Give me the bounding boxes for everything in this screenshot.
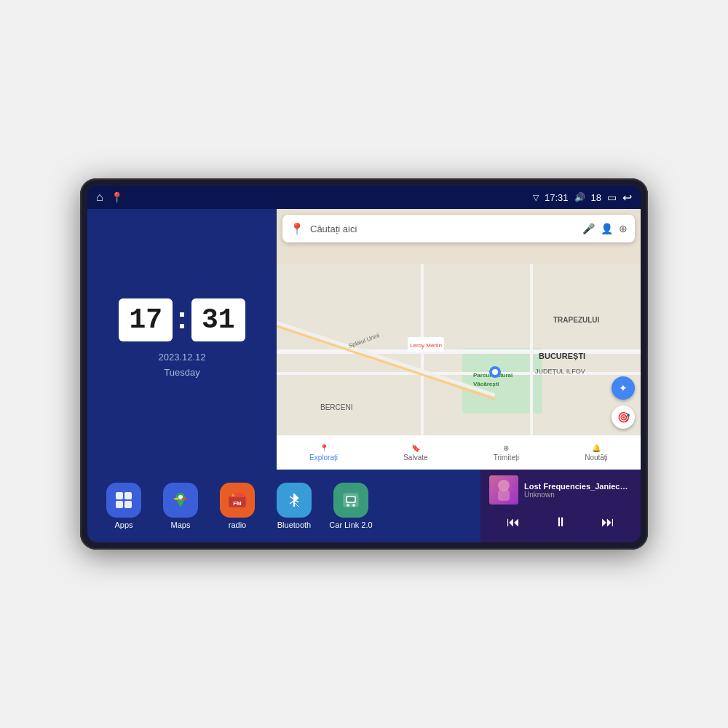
device-outer: ⌂ 📍 ▽ 17:31 🔊 18 ▭ ↩ 17 : [80, 178, 648, 550]
clock-panel: 17 : 31 2023.12.12 Tuesday [87, 209, 277, 470]
svg-rect-21 [116, 492, 123, 499]
svg-rect-23 [116, 501, 123, 508]
svg-point-25 [178, 495, 183, 499]
svg-rect-24 [124, 501, 132, 508]
music-prev-button[interactable]: ⏮ [501, 512, 526, 533]
map-bottom-nav: 📍 Explorați 🔖 Salvate ⊕ Trimiteți 🔔 [277, 435, 641, 470]
apps-row: Apps Maps [87, 470, 480, 542]
bluetooth-label: Bluetooth [277, 521, 311, 529]
svg-text:Văcărești: Văcărești [473, 381, 499, 387]
map-layers-icon[interactable]: ⊕ [619, 223, 628, 234]
svg-rect-37 [498, 490, 510, 501]
svg-rect-32 [347, 497, 355, 502]
date-text: 2023.12.12 [158, 350, 205, 365]
music-play-button[interactable]: ⏸ [548, 512, 573, 533]
back-icon[interactable]: ↩ [622, 191, 632, 205]
map-mic-icon[interactable]: 🎤 [582, 223, 595, 234]
map-nav-saved[interactable]: 🔖 Salvate [403, 444, 427, 462]
volume-level: 18 [591, 192, 601, 203]
map-nav-share[interactable]: ⊕ Trimiteți [494, 444, 519, 462]
app-item-maps[interactable]: Maps [159, 483, 202, 529]
map-nav-explore[interactable]: 📍 Explorați [309, 444, 338, 462]
maps-shortcut-icon[interactable]: 📍 [111, 191, 123, 203]
music-panel: Lost Frequencies_Janieck Devy-... Unknow… [480, 470, 641, 542]
svg-text:JUDEȚUL ILFOV: JUDEȚUL ILFOV [535, 368, 585, 375]
svg-point-34 [352, 504, 355, 507]
app-item-radio[interactable]: FM radio [215, 483, 259, 529]
map-compass-icon: ✦ [619, 382, 628, 394]
apps-label: Apps [114, 521, 132, 529]
main-content: 17 : 31 2023.12.12 Tuesday 📍 Căutați aic… [87, 209, 641, 542]
svg-rect-22 [124, 492, 132, 499]
status-time: 17:31 [545, 192, 569, 203]
app-item-apps[interactable]: Apps [102, 483, 146, 529]
map-location-button[interactable]: 🎯 [612, 405, 635, 429]
clock-minutes: 31 [191, 298, 245, 341]
signal-icon: ▽ [533, 193, 539, 202]
battery-icon: ▭ [607, 191, 617, 203]
app-item-bluetooth[interactable]: Bluetooth [272, 483, 316, 529]
map-location-icon: 🎯 [617, 411, 630, 423]
home-icon[interactable]: ⌂ [96, 191, 103, 204]
saved-label: Salvate [403, 454, 427, 462]
explore-icon: 📍 [320, 444, 328, 452]
maps-label: Maps [171, 521, 191, 529]
music-controls: ⏮ ⏸ ⏭ [489, 512, 632, 533]
bluetooth-app-icon [277, 483, 312, 518]
carlink-icon [333, 483, 368, 518]
clock-display: 17 : 31 [119, 298, 245, 341]
apps-icon [106, 483, 141, 518]
map-search-bar[interactable]: 📍 Căutați aici 🎤 👤 ⊕ [282, 215, 635, 242]
share-label: Trimiteți [494, 454, 519, 462]
map-panel[interactable]: 📍 Căutați aici 🎤 👤 ⊕ [277, 209, 641, 470]
date-display: 2023.12.12 Tuesday [158, 350, 205, 381]
svg-point-20 [492, 369, 498, 375]
device-screen: ⌂ 📍 ▽ 17:31 🔊 18 ▭ ↩ 17 : [87, 186, 641, 542]
top-section: 17 : 31 2023.12.12 Tuesday 📍 Căutați aic… [87, 209, 641, 470]
google-maps-pin-icon: 📍 [290, 222, 304, 236]
svg-text:Leroy Merlin: Leroy Merlin [410, 342, 442, 349]
svg-text:TRAPEZULUI: TRAPEZULUI [553, 316, 600, 324]
status-bar: ⌂ 📍 ▽ 17:31 🔊 18 ▭ ↩ [87, 186, 641, 209]
music-artist: Unknown [524, 491, 632, 499]
app-item-carlink[interactable]: Car Link 2.0 [329, 483, 373, 529]
svg-point-29 [232, 494, 234, 496]
svg-text:BERCENI: BERCENI [320, 403, 352, 411]
share-icon: ⊕ [503, 444, 509, 452]
music-info: Lost Frequencies_Janieck Devy-... Unknow… [489, 475, 632, 505]
svg-rect-0 [277, 264, 641, 446]
volume-icon: 🔊 [574, 192, 585, 202]
clock-hours: 17 [119, 298, 173, 341]
day-text: Tuesday [158, 365, 205, 381]
clock-colon: : [177, 301, 187, 336]
music-details: Lost Frequencies_Janieck Devy-... Unknow… [524, 482, 632, 499]
svg-point-36 [498, 480, 510, 491]
radio-icon: FM [220, 483, 255, 518]
album-art [489, 475, 518, 505]
map-account-icon[interactable]: 👤 [601, 223, 613, 234]
updates-label: Noutăți [585, 454, 608, 462]
bottom-section: Apps Maps [87, 470, 641, 542]
map-directions-button[interactable]: ✦ [612, 376, 635, 400]
svg-text:FM: FM [233, 500, 242, 507]
music-next-button[interactable]: ⏭ [596, 512, 620, 533]
status-left: ⌂ 📍 [96, 191, 123, 204]
maps-icon [163, 483, 198, 518]
music-title: Lost Frequencies_Janieck Devy-... [524, 482, 632, 491]
svg-text:BUCUREȘTI: BUCUREȘTI [539, 352, 585, 360]
explore-label: Explorați [309, 454, 338, 462]
svg-point-33 [347, 504, 349, 507]
updates-icon: 🔔 [592, 444, 601, 452]
map-search-placeholder: Căutați aici [310, 223, 577, 234]
carlink-label: Car Link 2.0 [329, 521, 372, 529]
status-right: ▽ 17:31 🔊 18 ▭ ↩ [533, 191, 632, 205]
radio-label: radio [229, 521, 246, 529]
saved-icon: 🔖 [411, 444, 420, 452]
map-nav-updates[interactable]: 🔔 Noutăți [585, 444, 608, 462]
